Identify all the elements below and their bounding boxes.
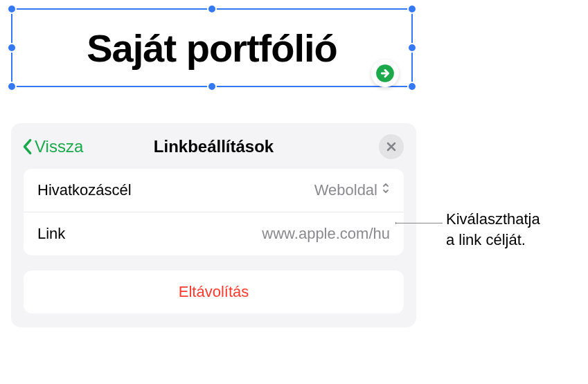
title-text: Saját portfólió	[87, 26, 337, 71]
close-icon	[386, 141, 397, 152]
target-value: Weboldal	[314, 181, 377, 199]
target-select[interactable]: Weboldal	[314, 181, 390, 199]
resize-handle-middle-left[interactable]	[7, 43, 17, 53]
resize-handle-top-right[interactable]	[407, 4, 417, 14]
resize-handle-middle-right[interactable]	[407, 43, 417, 53]
target-label: Hivatkozáscél	[37, 181, 132, 199]
remove-button[interactable]: Eltávolítás	[24, 271, 404, 313]
callout-connector	[395, 223, 443, 223]
panel-header: Vissza Linkbeállítások	[11, 134, 416, 169]
resize-handle-bottom-center[interactable]	[207, 82, 217, 91]
select-arrows-icon	[382, 181, 390, 199]
resize-handle-bottom-right[interactable]	[407, 82, 417, 91]
link-form-group: Hivatkozáscél Weboldal Link www.apple.co…	[24, 169, 404, 255]
selected-text-box[interactable]: Saját portfólió	[11, 8, 413, 87]
link-target-row[interactable]: Hivatkozáscél Weboldal	[24, 169, 404, 212]
remove-group: Eltávolítás	[24, 271, 404, 313]
arrow-link-icon	[375, 64, 395, 83]
back-label: Vissza	[35, 137, 83, 156]
link-url-value[interactable]: www.apple.com/hu	[262, 225, 390, 243]
close-button[interactable]	[379, 134, 404, 159]
chevron-left-icon	[21, 137, 33, 156]
link-badge-icon[interactable]	[371, 60, 399, 87]
callout-text: Kiválaszthatja a link célját.	[446, 209, 540, 250]
back-button[interactable]: Vissza	[21, 137, 83, 156]
link-url-row[interactable]: Link www.apple.com/hu	[24, 212, 404, 255]
resize-handle-top-left[interactable]	[7, 4, 17, 14]
resize-handle-bottom-left[interactable]	[7, 82, 17, 91]
callout-line-1: Kiválaszthatja	[446, 209, 540, 230]
canvas-area: Saját portfólió	[0, 0, 588, 95]
callout-line-2: a link célját.	[446, 230, 540, 250]
link-label: Link	[37, 225, 65, 243]
resize-handle-top-center[interactable]	[207, 4, 217, 14]
link-settings-panel: Vissza Linkbeállítások Hivatkozáscél Web…	[11, 123, 416, 327]
